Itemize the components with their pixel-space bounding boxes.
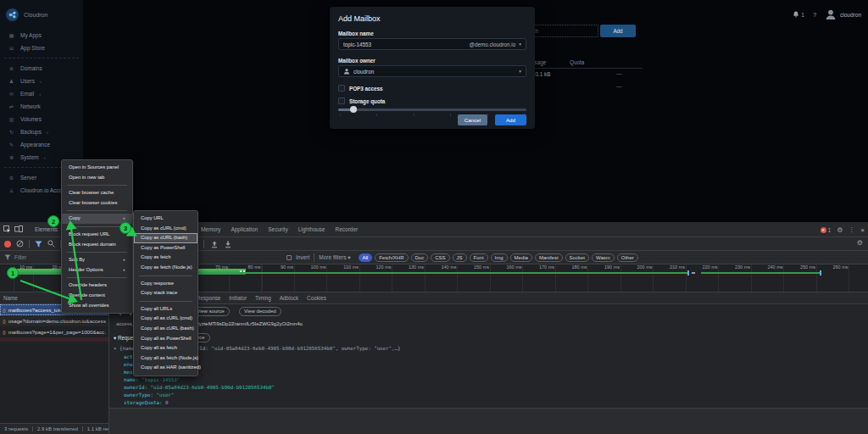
devtools-tab[interactable]: Recorder: [335, 222, 358, 237]
copy-submenu-item[interactable]: Copy as cURL (cmd): [134, 224, 198, 234]
copy-submenu-item[interactable]: Copy all as PowerShell: [134, 334, 198, 344]
sidebar-item[interactable]: ↻ Backups ›: [0, 125, 83, 138]
devtools-tab[interactable]: Elements: [35, 222, 58, 237]
request-type-chip[interactable]: Doc: [411, 253, 429, 262]
sidebar-item[interactable]: ⊕ Domains: [0, 62, 83, 75]
add-button[interactable]: Add: [495, 114, 526, 125]
more-options-icon[interactable]: ⋮: [849, 226, 854, 233]
request-detail-tab[interactable]: Response: [197, 292, 220, 303]
json-property[interactable]: storageQuota: 0: [124, 399, 275, 407]
context-menu-item[interactable]: Block request URL: [62, 230, 132, 240]
settings-gear-icon[interactable]: ⚙: [837, 226, 843, 234]
sidebar-item[interactable]: ▦ My Apps: [0, 29, 83, 42]
close-devtools-icon[interactable]: ×: [860, 226, 865, 234]
request-type-chip[interactable]: Fetch/XHR: [375, 253, 408, 262]
har-export-icon[interactable]: [225, 241, 231, 248]
copy-submenu-item[interactable]: Copy as fetch (Node.js): [134, 263, 198, 273]
add-mailbox-button[interactable]: Add: [600, 25, 636, 37]
copy-submenu-item[interactable]: Copy all as fetch: [134, 343, 198, 353]
clear-network-log-icon[interactable]: [16, 240, 24, 248]
context-menu-item[interactable]: Sort By ▸: [62, 255, 132, 265]
copy-submenu-item[interactable]: Copy all as cURL (cmd): [134, 314, 198, 324]
request-type-chip[interactable]: Img: [491, 253, 508, 262]
devtools-tab[interactable]: Memory: [201, 222, 220, 237]
more-filters-button[interactable]: More filters ▾: [319, 254, 350, 261]
copy-submenu-item[interactable]: Copy all as cURL (bash): [134, 324, 198, 334]
copy-submenu-item[interactable]: [139, 301, 192, 302]
context-menu-item[interactable]: [67, 277, 127, 278]
network-settings-gear-icon[interactable]: ⚙: [857, 239, 863, 247]
user-menu[interactable]: cloudron: [825, 8, 861, 20]
context-menu-item[interactable]: Block request domain: [62, 240, 132, 250]
record-network-log-button[interactable]: [4, 241, 11, 248]
request-detail-tab[interactable]: Initiator: [229, 292, 247, 303]
context-menu-item[interactable]: Open in Sources panel: [62, 163, 132, 173]
copy-submenu-item[interactable]: Copy URL: [134, 214, 198, 224]
slider-handle[interactable]: [350, 106, 357, 113]
invert-checkbox[interactable]: [287, 255, 292, 260]
filter-funnel-icon[interactable]: [35, 241, 42, 248]
help-button[interactable]: ?: [813, 11, 816, 19]
request-type-chip[interactable]: Manifest: [535, 253, 563, 262]
request-detail-tab[interactable]: Timing: [255, 292, 271, 303]
request-detail-tab[interactable]: Adblock: [280, 292, 298, 303]
sidebar-item[interactable]: ⊟ App Store: [0, 42, 83, 54]
search-network-icon[interactable]: [47, 240, 55, 248]
cancel-button[interactable]: Cancel: [458, 114, 487, 125]
error-badge[interactable]: ✕ 1: [821, 227, 832, 233]
copy-submenu-item[interactable]: Copy all as HAR (sanitized): [134, 363, 198, 373]
context-menu-item[interactable]: Clear browser cache: [62, 188, 132, 198]
notifications-button[interactable]: 1: [793, 11, 804, 19]
request-type-chip[interactable]: Other: [617, 253, 638, 262]
sidebar-item[interactable]: [4, 58, 79, 58]
mailbox-name-field[interactable]: topic-14553 @demo.cloudron.io ▾: [338, 38, 526, 50]
json-property[interactable]: ownerType: "user": [124, 392, 275, 399]
storage-quota-checkbox[interactable]: Storage quota: [338, 97, 385, 104]
device-toolbar-icon[interactable]: [14, 225, 23, 233]
copy-submenu-item[interactable]: Copy as PowerShell: [134, 243, 198, 253]
sidebar-item[interactable]: ✎ Appearance: [0, 138, 83, 151]
mailbox-owner-select[interactable]: cloudron ▾: [338, 65, 526, 77]
context-menu-item[interactable]: Show all overrides: [62, 301, 132, 311]
request-row[interactable]: {} mailboxes?page=1&per_page=1000&acc…: [0, 326, 108, 337]
devtools-tab[interactable]: Application: [231, 222, 258, 237]
har-import-icon[interactable]: [211, 241, 218, 248]
copy-submenu-item[interactable]: Copy as fetch: [134, 253, 198, 263]
context-menu-item[interactable]: Clear browser cookies: [62, 198, 132, 209]
context-menu-item[interactable]: [67, 210, 127, 211]
sidebar-item[interactable]: ⇄ Network: [0, 100, 83, 113]
request-type-chip[interactable]: CSS: [431, 253, 449, 262]
context-menu-item[interactable]: Header Options ▸: [62, 265, 132, 275]
copy-submenu-item[interactable]: Copy all as fetch (Node.js): [134, 353, 198, 364]
context-menu-item[interactable]: [67, 185, 127, 186]
request-type-chip[interactable]: Font: [470, 253, 488, 262]
devtools-tab[interactable]: Lighthouse: [298, 222, 326, 237]
json-property[interactable]: name: "topic-14553": [124, 376, 275, 384]
filter-input[interactable]: Filter: [14, 254, 26, 260]
request-type-chip[interactable]: All: [359, 253, 373, 262]
copy-submenu-item[interactable]: Copy stack trace: [134, 288, 198, 298]
request-row[interactable]: {} usage?domain=demo.cloudron.io&access…: [0, 315, 108, 326]
context-menu-item[interactable]: Copy ▸: [62, 214, 132, 224]
request-type-chip[interactable]: JS: [453, 253, 467, 262]
context-menu-item[interactable]: Override headers: [62, 281, 132, 291]
request-type-chip[interactable]: Wasm: [592, 253, 615, 262]
view-decoded-button[interactable]: View decoded: [239, 307, 281, 316]
copy-submenu-item[interactable]: Copy all URLs: [134, 304, 198, 314]
pop3-access-checkbox[interactable]: POP3 access: [338, 85, 383, 92]
context-menu-item[interactable]: [67, 252, 127, 253]
request-type-chip[interactable]: Socket: [565, 253, 589, 262]
sidebar-item[interactable]: ♟ Users ›: [0, 75, 83, 87]
context-menu-item[interactable]: [67, 226, 127, 227]
request-detail-tab[interactable]: Cookies: [307, 292, 326, 303]
domain-select[interactable]: @demo.cloudron.io: [470, 42, 516, 47]
copy-submenu-item[interactable]: Copy as cURL (bash): [134, 233, 198, 243]
request-type-chip[interactable]: Media: [510, 253, 532, 262]
copy-submenu-item[interactable]: Copy response: [134, 279, 198, 289]
devtools-tab[interactable]: Security: [268, 222, 287, 237]
json-property[interactable]: ownerId: "uid-05a84d23-6eb0-4905-b90d-b9…: [124, 384, 275, 392]
inspect-element-icon[interactable]: [3, 225, 11, 233]
sidebar-item[interactable]: ✉ Email ›: [0, 87, 83, 100]
context-menu-item[interactable]: Open in new tab: [62, 173, 132, 183]
sidebar-item[interactable]: ▥ Volumes: [0, 113, 83, 125]
